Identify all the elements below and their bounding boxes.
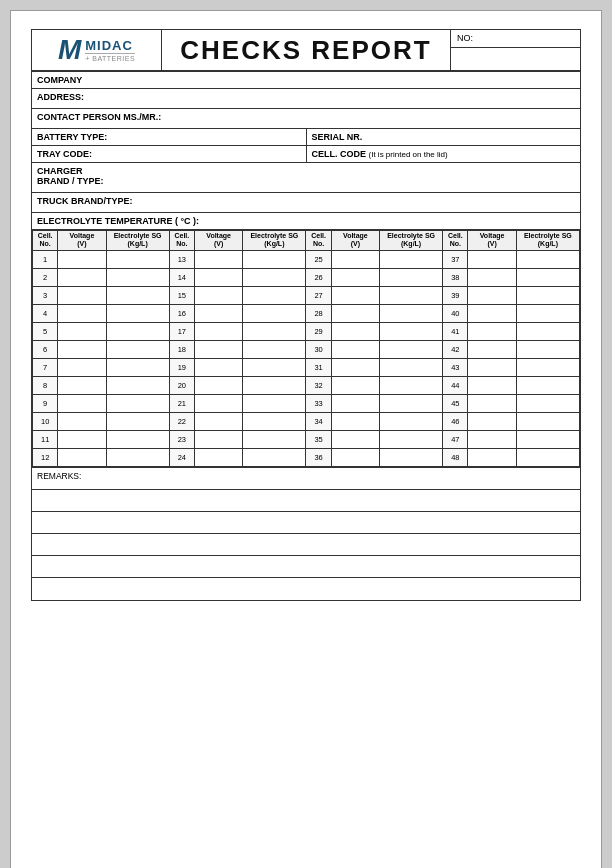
- table-cell: 13: [169, 250, 194, 268]
- table-cell: [195, 376, 243, 394]
- table-cell: 11: [33, 430, 58, 448]
- table-cell: 3: [33, 286, 58, 304]
- table-cell: [468, 376, 516, 394]
- table-cell: [243, 376, 306, 394]
- battery-type-label: BATTERY TYPE:: [32, 129, 307, 146]
- table-cell: [380, 394, 443, 412]
- col-sg-1: Electrolyte SG (Kg/L): [106, 231, 169, 251]
- table-cell: 26: [306, 268, 331, 286]
- table-cell: [380, 268, 443, 286]
- col-cell-no-3: Cell. No.: [306, 231, 331, 251]
- electrolyte-temp-label: ELECTROLYTE TEMPERATURE ( °C ):: [32, 213, 581, 230]
- charger-row: CHARGER BRAND / TYPE:: [32, 163, 581, 193]
- table-cell: [331, 322, 379, 340]
- col-voltage-3: Voltage (V): [331, 231, 379, 251]
- table-row: 11233547: [33, 430, 580, 448]
- table-cell: 4: [33, 304, 58, 322]
- company-label: COMPANY: [32, 72, 581, 89]
- table-cell: [468, 430, 516, 448]
- table-row: 4162840: [33, 304, 580, 322]
- table-cell: 32: [306, 376, 331, 394]
- table-cell: [516, 250, 579, 268]
- table-cell: 22: [169, 412, 194, 430]
- contact-row: CONTACT PERSON MS./MR.:: [32, 109, 581, 129]
- table-body: 1132537214263831527394162840517294161830…: [33, 250, 580, 466]
- table-cell: [380, 304, 443, 322]
- col-header-row: Cell. No. Voltage (V) Electrolyte SG (Kg…: [33, 231, 580, 251]
- address-label: ADDRESS:: [32, 89, 581, 109]
- table-cell: [106, 286, 169, 304]
- table-cell: [58, 268, 106, 286]
- table-cell: [468, 250, 516, 268]
- table-cell: [243, 286, 306, 304]
- table-cell: [380, 250, 443, 268]
- table-cell: [331, 358, 379, 376]
- table-cell: [516, 268, 579, 286]
- table-cell: 40: [443, 304, 468, 322]
- table-cell: 48: [443, 448, 468, 466]
- table-row: 6183042: [33, 340, 580, 358]
- table-cell: [106, 376, 169, 394]
- table-cell: 12: [33, 448, 58, 466]
- table-cell: [243, 322, 306, 340]
- table-cell: [468, 394, 516, 412]
- logo-text: MIDAC + BATTERIES: [85, 38, 135, 62]
- table-cell: [195, 430, 243, 448]
- table-cell: 45: [443, 394, 468, 412]
- table-cell: [58, 322, 106, 340]
- table-cell: [106, 304, 169, 322]
- table-cell: [106, 268, 169, 286]
- col-sg-3: Electrolyte SG (Kg/L): [380, 231, 443, 251]
- table-cell: [243, 250, 306, 268]
- table-cell: 17: [169, 322, 194, 340]
- table-cell: 28: [306, 304, 331, 322]
- header: M MIDAC + BATTERIES CHECKS REPORT NO:: [31, 29, 581, 71]
- remarks-label-row: REMARKS:: [32, 468, 580, 490]
- table-cell: 41: [443, 322, 468, 340]
- company-row: COMPANY: [32, 72, 581, 89]
- table-cell: 43: [443, 358, 468, 376]
- table-cell: [106, 412, 169, 430]
- table-cell: [380, 430, 443, 448]
- col-cell-no-1: Cell. No.: [33, 231, 58, 251]
- table-cell: 7: [33, 358, 58, 376]
- tray-cell-row: TRAY CODE: CELL. CODE (It is printed on …: [32, 146, 581, 163]
- table-cell: [243, 340, 306, 358]
- table-cell: [243, 304, 306, 322]
- table-cell: 42: [443, 340, 468, 358]
- truck-row: TRUCK BRAND/TYPE:: [32, 193, 581, 213]
- table-cell: [58, 358, 106, 376]
- table-cell: [331, 268, 379, 286]
- table-row: 5172941: [33, 322, 580, 340]
- page: M MIDAC + BATTERIES CHECKS REPORT NO: CO…: [10, 10, 602, 868]
- col-sg-4: Electrolyte SG (Kg/L): [516, 231, 579, 251]
- charger-label: CHARGER BRAND / TYPE:: [32, 163, 581, 193]
- table-cell: 39: [443, 286, 468, 304]
- table-cell: [516, 358, 579, 376]
- table-cell: [331, 412, 379, 430]
- table-cell: [516, 340, 579, 358]
- table-cell: 35: [306, 430, 331, 448]
- table-cell: [58, 394, 106, 412]
- table-cell: [195, 286, 243, 304]
- table-row: 2142638: [33, 268, 580, 286]
- table-row: 9213345: [33, 394, 580, 412]
- table-cell: 15: [169, 286, 194, 304]
- table-cell: 14: [169, 268, 194, 286]
- table-cell: [331, 376, 379, 394]
- table-header: Cell. No. Voltage (V) Electrolyte SG (Kg…: [33, 231, 580, 251]
- table-cell: [331, 286, 379, 304]
- address-row: ADDRESS:: [32, 89, 581, 109]
- table-cell: 6: [33, 340, 58, 358]
- col-voltage-1: Voltage (V): [58, 231, 106, 251]
- table-cell: 20: [169, 376, 194, 394]
- table-cell: [331, 430, 379, 448]
- table-cell: [243, 358, 306, 376]
- table-cell: [331, 394, 379, 412]
- table-cell: [195, 322, 243, 340]
- table-cell: 33: [306, 394, 331, 412]
- table-cell: [195, 268, 243, 286]
- tray-code-label: TRAY CODE:: [32, 146, 307, 163]
- table-cell: [195, 412, 243, 430]
- table-cell: [195, 250, 243, 268]
